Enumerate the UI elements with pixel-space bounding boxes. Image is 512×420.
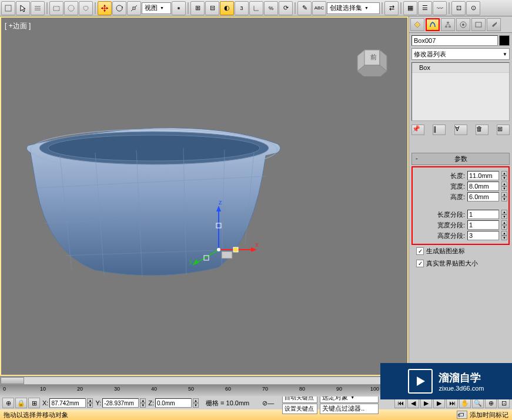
create-tab[interactable] [410,18,424,31]
y-spinner[interactable]: ▲▼ [140,398,146,408]
modify-tab[interactable] [426,18,440,31]
align-btn[interactable]: ▦ [403,1,417,15]
svg-text:z: z [219,200,222,206]
modifier-item-box[interactable]: Box [412,63,509,73]
height-spinner[interactable]: ▲▼ [501,192,507,201]
add-time-tag[interactable]: 添加时间标记 [470,411,508,419]
height-segs-label: 高度分段: [437,231,465,240]
width-segs-spinner[interactable]: ▲▼ [501,220,507,230]
length-spinner[interactable]: ▲▼ [501,171,507,180]
material-btn[interactable]: ⊙ [466,1,480,15]
svg-text:前: 前 [370,53,377,61]
x-spinner[interactable]: ▲▼ [87,398,93,408]
gen-mapping-checkbox[interactable]: ✓ [416,247,424,255]
width-spinner[interactable]: ▲▼ [501,182,507,191]
configure-btn[interactable]: ⊞ [497,125,510,135]
snap-pct[interactable]: % [264,1,278,15]
motion-tab[interactable] [456,18,470,31]
tool-btn-b[interactable]: ⊟ [205,1,219,15]
prompt-text: 拖动以选择并移动对象 [4,411,457,419]
axis-gizmo[interactable]: z x y [189,200,260,270]
layers-btn[interactable]: ☰ [418,1,432,15]
command-panel: 修改器列表▼ Box 📌 ‖ ∀ 🗑 ⊞ 参数 长度: [409,16,512,376]
tool-btn-3[interactable] [31,1,45,15]
svg-point-35 [217,248,220,251]
tool-btn-a[interactable]: ⊞ [190,1,205,15]
height-input[interactable] [467,192,499,201]
svg-point-8 [116,5,122,11]
svg-text:y: y [189,257,193,264]
lock-btn[interactable]: ⊕ [2,398,14,408]
abs-rel-btn[interactable]: ⊞ [28,398,40,408]
object-name-input[interactable] [411,35,498,46]
object-color-swatch[interactable] [499,35,510,46]
modifier-stack[interactable]: Box [411,62,510,121]
tool-btn-lasso[interactable] [79,1,93,15]
z-coord-input[interactable] [155,398,192,408]
y-label: Y: [95,399,101,406]
svg-rect-0 [5,5,11,11]
snap-spin[interactable]: ⟳ [279,1,293,15]
length-segs-input[interactable] [467,210,499,219]
snap-angle[interactable] [249,1,263,15]
width-segs-label: 宽度分段: [437,221,465,230]
tool-btn-rect[interactable] [49,1,63,15]
coord-system-dropdown[interactable]: 视图 [142,2,171,14]
named-sel-edit[interactable]: ✎ [297,1,312,15]
schematic-btn[interactable]: ⊡ [451,1,466,15]
selection-set-dropdown[interactable]: 创建选择集 [327,2,380,14]
z-spinner[interactable]: ▲▼ [193,398,199,408]
y-coord-input[interactable] [102,398,139,408]
tool-btn-1[interactable] [1,1,15,15]
width-label: 宽度: [450,182,465,191]
svg-rect-36 [222,251,232,258]
scale-tool[interactable] [127,1,141,15]
svg-point-16 [48,135,260,161]
mirror-btn[interactable]: ⇄ [384,1,399,15]
named-sel-abc[interactable]: ABC [312,1,326,15]
viewcube[interactable]: 前 [354,47,390,76]
display-tab[interactable] [471,18,486,31]
width-input[interactable] [467,182,499,191]
real-world-checkbox[interactable]: ✓ [416,260,424,267]
tool-btn-c[interactable]: ◐ [220,1,234,15]
grid-label: 栅格 = 10.0mm [206,399,249,408]
rotate-tool[interactable] [112,1,126,15]
svg-rect-40 [449,26,451,28]
x-coord-input[interactable] [49,398,86,408]
tool-btn-circle[interactable] [64,1,78,15]
svg-line-10 [131,9,133,11]
height-segs-input[interactable] [467,231,499,240]
real-world-label: 真实世界贴图大小 [426,259,478,268]
viewport[interactable]: [ +边面 ] 前 [0,16,409,376]
watermark: 溜溜自学 zixue.3d66.com [380,363,512,399]
move-tool[interactable] [98,1,112,15]
length-segs-label: 长度分段: [437,210,465,219]
parameters-box: 长度: ▲▼ 宽度: ▲▼ 高度: ▲▼ 长度分段: [411,166,510,245]
params-rollout-header[interactable]: 参数 [411,153,510,165]
curve-editor-btn[interactable]: 〰 [433,1,447,15]
snap-3[interactable]: 3 [235,1,249,15]
svg-line-11 [135,5,137,7]
length-segs-spinner[interactable]: ▲▼ [501,210,507,219]
svg-rect-38 [447,22,449,23]
watermark-url: zixue.3d66.com [439,385,484,392]
length-input[interactable] [467,171,499,180]
hierarchy-tab[interactable] [441,18,455,31]
svg-point-37 [416,23,419,26]
show-result-btn[interactable]: ‖ [433,125,446,135]
modifier-list-dropdown[interactable]: 修改器列表▼ [411,48,510,60]
svg-point-12 [178,7,180,9]
svg-rect-47 [476,22,481,27]
utilities-tab[interactable] [487,18,501,31]
pin-stack-btn[interactable]: 📌 [411,125,424,135]
make-unique-btn[interactable]: ∀ [454,125,467,135]
height-segs-spinner[interactable]: ▲▼ [501,231,507,240]
width-segs-input[interactable] [467,220,499,230]
lock-sel-btn[interactable]: 🔒 [15,398,27,408]
tool-btn-cursor[interactable] [16,1,30,15]
svg-rect-9 [133,7,135,9]
tag-icon[interactable]: 🏷 [457,411,467,419]
remove-mod-btn[interactable]: 🗑 [476,125,488,135]
pivot-btn[interactable] [172,1,186,15]
